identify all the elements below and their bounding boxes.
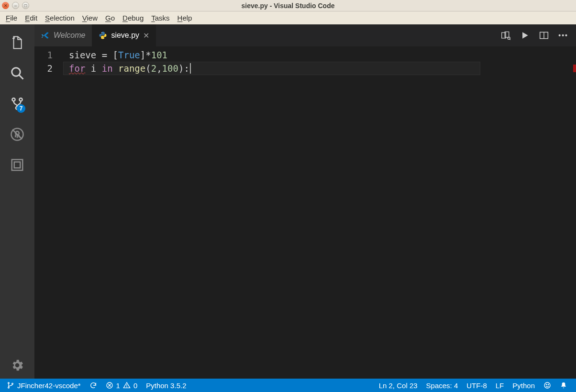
window-title: sieve.py - Visual Studio Code	[241, 2, 334, 10]
menubar: File Edit Selection View Go Debug Tasks …	[0, 11, 576, 24]
line-number: 1	[34, 48, 53, 62]
status-bar: JFincher42-vscode* 1 0 Python 3.5.2 Ln 2…	[0, 379, 576, 392]
run-icon[interactable]	[520, 31, 530, 40]
svg-point-27	[546, 384, 546, 385]
tab-close-icon[interactable]: ✕	[143, 31, 149, 40]
vscode-icon	[41, 31, 50, 40]
python-icon	[99, 31, 107, 40]
svg-point-28	[548, 384, 548, 385]
code-line-1[interactable]: sieve = [True]*101	[63, 48, 528, 62]
menu-file[interactable]: File	[2, 13, 21, 23]
menu-view[interactable]: View	[78, 13, 101, 23]
extensions-icon[interactable]	[6, 152, 29, 178]
settings-gear-icon[interactable]	[6, 352, 29, 379]
window-close-button[interactable]: ✕	[2, 2, 9, 9]
bell-icon	[560, 381, 567, 389]
scm-badge: 7	[17, 104, 25, 113]
status-python-version[interactable]: Python 3.5.2	[146, 381, 186, 390]
svg-point-2	[12, 98, 15, 101]
svg-point-26	[544, 382, 550, 388]
svg-point-25	[127, 387, 127, 387]
diff-icon[interactable]	[501, 31, 510, 40]
svg-rect-8	[12, 160, 23, 171]
tab-welcome[interactable]: Welcome	[34, 24, 92, 46]
search-icon[interactable]	[6, 60, 29, 87]
tab-label: sieve.py	[111, 31, 139, 40]
status-eol[interactable]: LF	[496, 381, 504, 390]
svg-rect-9	[14, 162, 21, 168]
svg-point-20	[12, 383, 13, 384]
status-feedback-icon[interactable]	[543, 381, 551, 389]
svg-point-19	[8, 387, 10, 388]
status-notifications-icon[interactable]	[560, 381, 567, 389]
svg-point-0	[12, 68, 21, 76]
status-cursor-position[interactable]: Ln 2, Col 23	[379, 381, 418, 390]
window-minimize-button[interactable]: –	[12, 2, 19, 9]
window-titlebar: ✕ – □ sieve.py - Visual Studio Code	[0, 0, 576, 11]
editor-tabs: Welcome sieve.py ✕ •••	[34, 24, 576, 46]
text-cursor	[190, 63, 191, 74]
git-branch-icon	[7, 381, 14, 389]
smiley-icon	[543, 381, 551, 389]
code-line-2[interactable]: for i in range(2,100):	[63, 62, 480, 75]
sync-icon	[89, 381, 97, 389]
split-editor-icon[interactable]	[539, 31, 549, 40]
menu-tasks[interactable]: Tasks	[147, 13, 173, 23]
svg-line-1	[19, 75, 23, 79]
tab-sieve[interactable]: sieve.py ✕	[92, 24, 156, 46]
svg-point-11	[104, 38, 105, 39]
status-problems[interactable]: 1 0	[106, 381, 138, 390]
editor-area: Welcome sieve.py ✕ •••	[34, 24, 576, 379]
more-actions-icon[interactable]: •••	[558, 32, 568, 39]
warning-icon	[123, 381, 131, 389]
minimap-error-marker	[573, 65, 576, 72]
svg-point-10	[101, 33, 102, 33]
menu-debug[interactable]: Debug	[119, 13, 147, 23]
menu-edit[interactable]: Edit	[21, 13, 41, 23]
source-control-icon[interactable]: 7	[6, 90, 29, 117]
status-indentation[interactable]: Spaces: 4	[426, 381, 458, 390]
menu-go[interactable]: Go	[101, 13, 119, 23]
error-icon	[106, 381, 113, 389]
line-number: 2	[34, 62, 53, 75]
status-git-branch[interactable]: JFincher42-vscode*	[7, 381, 81, 390]
code-editor[interactable]: 1 2 sieve = [True]*101 for i in range(2,…	[34, 46, 576, 379]
window-maximize-button[interactable]: □	[22, 2, 29, 9]
activity-bar: 7	[0, 24, 34, 379]
menu-help[interactable]: Help	[174, 13, 196, 23]
tab-actions: •••	[501, 31, 576, 40]
debug-icon[interactable]	[6, 121, 29, 148]
svg-line-15	[510, 39, 511, 40]
line-gutter: 1 2	[34, 46, 63, 379]
window-controls: ✕ – □	[2, 2, 29, 9]
status-sync[interactable]	[89, 381, 97, 389]
svg-point-3	[19, 98, 22, 101]
status-language[interactable]: Python	[512, 381, 535, 390]
svg-point-18	[8, 382, 10, 384]
tab-label: Welcome	[54, 31, 85, 40]
code-content[interactable]: sieve = [True]*101 for i in range(2,100)…	[63, 46, 528, 379]
status-encoding[interactable]: UTF-8	[466, 381, 487, 390]
explorer-icon[interactable]	[6, 29, 29, 56]
menu-selection[interactable]: Selection	[41, 13, 78, 23]
minimap[interactable]	[528, 46, 576, 379]
